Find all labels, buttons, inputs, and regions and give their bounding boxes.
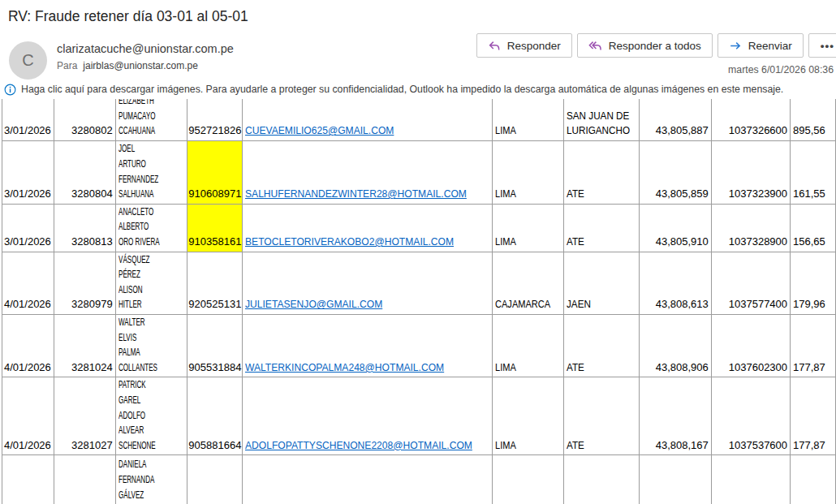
customer-name-line: DANIELA <box>119 457 146 472</box>
cell-account: 1037537600 <box>711 377 790 455</box>
table-row: 3/01/2026 3280813 ANACLETOALBERTOORO RIV… <box>2 204 836 252</box>
cell-account: 1037577400 <box>711 252 790 314</box>
info-icon <box>4 84 16 96</box>
cell-phone: 905531884 <box>187 314 243 377</box>
cell-doc: 43,808,906 <box>640 314 712 377</box>
customer-name-line: COLLANTES <box>119 360 157 376</box>
cell-name: VÁSQUEZPÉREZALISONHITLER <box>115 252 187 314</box>
reply-button[interactable]: Responder <box>476 33 572 58</box>
table-row: 4/01/2026 3281027 PATRICKGARELADOLFOALVE… <box>2 377 836 455</box>
customer-name-line: GAREL <box>119 393 140 408</box>
cell-name: PATRICKGARELADOLFOALVEARSCHENONE <box>115 377 187 455</box>
cell-district: ATE <box>563 377 640 455</box>
download-images-infobar[interactable]: Haga clic aquí para descargar imágenes. … <box>0 80 836 99</box>
table-row: 4/01/2026 3280979 VÁSQUEZPÉREZALISONHITL… <box>2 252 836 314</box>
cell-amount: 177,87 <box>791 314 836 377</box>
cell-district: ATE <box>563 204 640 252</box>
cell-district: ATE <box>563 314 640 377</box>
recipient-email[interactable]: jairblas@unionstar.com.pe <box>83 60 198 71</box>
customer-name-line: PALMA <box>119 345 140 360</box>
table-row: 3/01/2026 3280804 JOELARTUROFERNANDEZSAL… <box>2 140 836 204</box>
cell-name: DANIELAFERNANDAGÁLVEZ <box>115 455 187 504</box>
district-line: ATE <box>567 187 584 202</box>
outlook-reading-pane: RV: Fraude retener día 03-01 al 05-01 Re… <box>0 0 836 504</box>
customer-name-line: ANACLETO <box>119 205 153 220</box>
cell-phone <box>187 455 243 504</box>
forward-button[interactable]: Reenviar <box>717 33 804 58</box>
received-date: martes 6/01/2026 08:36 <box>728 64 834 75</box>
reply-label: Responder <box>507 40 561 52</box>
cell-doc <box>640 455 712 504</box>
reply-all-label: Responder a todos <box>609 40 701 52</box>
customer-name-line: VÁSQUEZ <box>119 252 150 268</box>
customer-name-line: ORO RIVERA <box>119 235 160 250</box>
cell-email: CUEVAEMILIO625@GMAIL.COM <box>243 99 493 140</box>
email-link[interactable]: WALTERKINCOPALMA248@HOTMAIL.COM <box>245 360 444 376</box>
cell-name: ELIZABETHPUMACAYOCCAHUANA <box>115 99 187 140</box>
reply-all-button[interactable]: Responder a todos <box>577 33 713 58</box>
customer-name-line: GÁLVEZ <box>119 488 144 503</box>
more-actions-label: ••• <box>821 40 834 52</box>
cell-id <box>54 455 115 504</box>
cell-id: 3280979 <box>54 252 115 314</box>
forward-label: Reenviar <box>748 40 792 52</box>
reply-icon <box>488 40 501 52</box>
email-link[interactable]: CUEVAEMILIO625@GMAIL.COM <box>245 123 394 139</box>
cell-amount: 177,87 <box>791 377 836 455</box>
email-link[interactable]: SALHUFERNANDEZWINTER28@HOTMAIL.COM <box>245 187 467 202</box>
forward-icon <box>729 40 742 52</box>
email-link[interactable]: JULIETASENJO@GMAIL.COM <box>245 297 382 312</box>
district-line: JAEN <box>567 297 591 312</box>
cell-account: 1037328900 <box>711 204 790 252</box>
cell-id: 3280804 <box>54 140 115 204</box>
district-line: ATE <box>567 438 584 454</box>
customer-name-line: CCAHUANA <box>119 123 155 139</box>
cell-phone: 910608971 <box>187 140 243 204</box>
cell-date: 4/01/2026 <box>2 377 54 455</box>
cell-email: WALTERKINCOPALMA248@HOTMAIL.COM <box>243 314 493 377</box>
cell-district: ATE <box>563 140 640 204</box>
sender-email[interactable]: clarizatacuche@unionstar.com.pe <box>57 42 234 55</box>
email-link[interactable]: ADOLFOPATTYSCHENONE2208@HOTMAIL.COM <box>245 438 472 454</box>
cell-doc: 43,805,859 <box>640 140 712 204</box>
reply-all-icon <box>588 40 602 52</box>
avatar[interactable]: C <box>9 41 47 80</box>
district-line: ATE <box>567 360 584 376</box>
customer-name-line: SCHENONE <box>119 438 156 454</box>
cell-doc: 43,808,613 <box>640 252 712 314</box>
table-row: 3/01/2026 3280802 ELIZABETHPUMACAYOCCAHU… <box>2 99 836 140</box>
cell-phone: 920525131 <box>187 252 243 314</box>
region-text: LIMA <box>495 187 516 202</box>
cell-name: ANACLETOALBERTOORO RIVERA <box>115 204 187 252</box>
customer-name-line: ADOLFO <box>119 408 145 424</box>
region-text: LIMA <box>495 235 516 250</box>
customer-name-line: ELVIS <box>119 330 136 346</box>
more-actions-button[interactable]: ••• <box>808 33 836 58</box>
cell-district: JAEN <box>563 252 640 314</box>
cell-region <box>493 455 563 504</box>
cell-id: 3281024 <box>54 314 115 377</box>
cell-phone: 905881664 <box>187 377 243 455</box>
cell-amount <box>791 455 836 504</box>
region-text: LIMA <box>495 123 516 139</box>
cell-region: LIMA <box>493 99 563 140</box>
cell-date: 3/01/2026 <box>2 140 54 204</box>
district-line: SAN JUAN DE <box>567 109 629 124</box>
email-link[interactable]: BETOCLETORIVERAKOBO2@HOTMAIL.COM <box>245 235 454 250</box>
customer-name-line: PÉREZ <box>119 267 140 282</box>
cell-email: JULIETASENJO@GMAIL.COM <box>243 252 493 314</box>
cell-region: LIMA <box>493 204 563 252</box>
cell-doc: 43,808,167 <box>640 377 712 455</box>
customer-name-line: ALBERTO <box>119 219 149 235</box>
cell-account: 1037326600 <box>711 99 790 140</box>
cell-region: LIMA <box>493 140 563 204</box>
customer-name-line: HITLER <box>119 297 142 312</box>
cell-name: JOELARTUROFERNANDEZSALHUANA <box>115 140 187 204</box>
customer-name-line: ARTURO <box>119 157 146 172</box>
action-buttons: Responder Responder a todos Reenviar ••• <box>476 33 836 58</box>
cell-account: 1037323900 <box>711 140 790 204</box>
cell-amount: 156,65 <box>791 204 836 252</box>
data-table: 3/01/2026 3280802 ELIZABETHPUMACAYOCCAHU… <box>2 99 836 504</box>
customer-name-line: WALTER <box>119 315 145 330</box>
customer-name-line: PUMACAYO <box>119 109 156 124</box>
